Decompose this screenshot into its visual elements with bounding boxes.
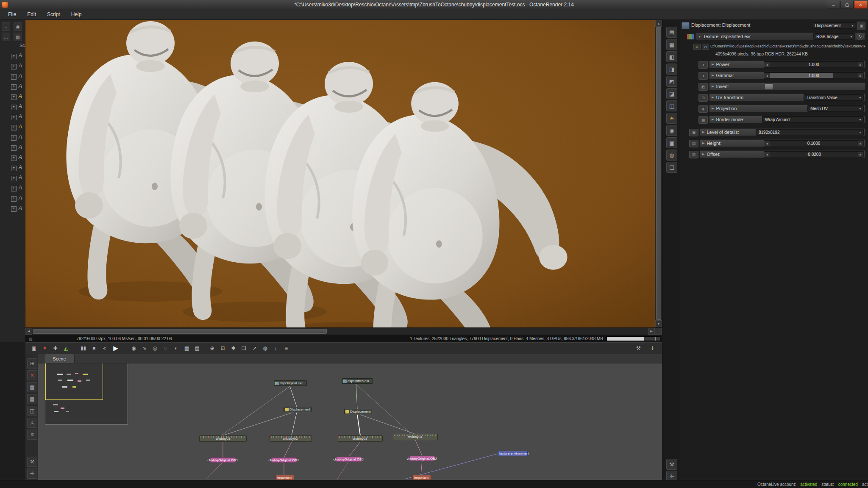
camera-button[interactable]: ◉ — [128, 344, 139, 353]
expand-icon[interactable]: ▶ — [712, 63, 714, 66]
layers-button[interactable]: ≡ — [281, 344, 292, 353]
render-target-icon[interactable]: ▣ — [666, 137, 677, 148]
border-mode-dropdown[interactable]: Wrap Around ▼ — [762, 116, 864, 123]
tree-item[interactable]: +A — [0, 133, 25, 142]
invert-checkbox[interactable] — [765, 83, 773, 90]
delete-node-icon[interactable]: ✕ — [27, 370, 37, 380]
refresh-icon[interactable]: ↻ — [702, 44, 709, 50]
power-slider[interactable]: ◀ 1.000 ▶ — [764, 61, 864, 68]
camera-icon[interactable]: ◫ — [666, 100, 677, 111]
align-icon[interactable]: ◫ — [27, 406, 37, 416]
decrement-icon[interactable]: ◀ — [764, 73, 770, 78]
arrange-icon[interactable]: ▤ — [27, 394, 37, 404]
important-node[interactable]: Important — [275, 475, 294, 480]
node-graph-minimap[interactable] — [45, 363, 128, 424]
play-button[interactable]: ▶ — [110, 344, 122, 353]
hscroll-thumb[interactable] — [33, 329, 327, 334]
expand-plus-icon[interactable]: + — [11, 74, 17, 80]
obj-file-node[interactable]: chubbyOriginal.OBJ — [336, 457, 362, 462]
settings-button[interactable]: ✱ — [228, 344, 239, 353]
zoom-region-button[interactable]: ⊡ — [217, 344, 228, 353]
expand-icon[interactable]: ▶ — [712, 74, 714, 77]
pick-material-button[interactable]: ◭ — [61, 344, 71, 353]
tree-item[interactable]: +A — [0, 113, 25, 122]
displacement-node[interactable]: Displacement — [344, 409, 372, 414]
zoom-in-button[interactable]: ⊕ — [207, 344, 217, 353]
emission-icon[interactable]: ◨ — [666, 64, 677, 75]
stop-button[interactable]: ■ — [89, 344, 99, 353]
decrement-icon[interactable]: ◀ — [764, 141, 770, 146]
scroll-right-icon[interactable]: ▶ — [648, 328, 655, 335]
expand-plus-icon[interactable]: + — [11, 166, 17, 171]
tab-scene[interactable]: Scene — [44, 354, 75, 363]
film-settings-button[interactable]: ▤ — [192, 344, 203, 353]
increment-icon[interactable]: ▶ — [858, 73, 863, 78]
aperture-button[interactable]: ◎ — [150, 344, 160, 353]
menu-edit[interactable]: Edit — [22, 10, 42, 19]
minimap-view-rect[interactable] — [45, 363, 103, 400]
tree-item[interactable]: +A — [0, 153, 25, 163]
export-image-button[interactable]: ↗ — [249, 344, 260, 353]
expand-plus-icon[interactable]: + — [11, 186, 17, 191]
pan-button[interactable]: ✚ — [50, 344, 61, 353]
expand-icon[interactable]: ▶ — [712, 85, 714, 88]
obj-file-node[interactable]: chubbyOriginal.OBJ — [271, 458, 297, 463]
fullscreen-icon[interactable]: ✛ — [27, 469, 37, 479]
environment-icon[interactable]: ◉ — [666, 125, 677, 136]
displacement-node[interactable]: Displacement — [284, 407, 312, 412]
expand-plus-icon[interactable]: + — [11, 105, 17, 110]
maximize-button[interactable]: ▢ — [840, 1, 854, 9]
height-slider[interactable]: ◀ 0.1000 ▶ — [764, 140, 864, 147]
white-balance-button[interactable]: ◐ — [171, 344, 181, 353]
scroll-down-icon[interactable]: ▼ — [655, 320, 662, 327]
pause-button[interactable]: ▮▮ — [78, 344, 89, 353]
fullscreen-icon[interactable]: ✛ — [647, 344, 658, 353]
level-of-details-dropdown[interactable]: 8192x8192 ▼ — [756, 129, 864, 136]
outliner-grid-icon[interactable]: ▦ — [14, 33, 22, 41]
tree-item[interactable]: +A — [0, 204, 25, 214]
wrench-icon[interactable]: ⚒ — [666, 459, 677, 470]
offset-slider[interactable]: ◀ -0.0200 ▶ — [764, 151, 864, 158]
reload-texture-button[interactable]: ↻ — [857, 33, 864, 40]
menu-script[interactable]: Script — [42, 10, 66, 19]
tree-item[interactable]: +A — [0, 82, 25, 92]
vscroll-thumb[interactable] — [656, 27, 661, 320]
tree-item[interactable]: +A — [0, 184, 25, 193]
tree-item[interactable]: +A — [0, 164, 25, 173]
render-display-button[interactable]: ▣ — [29, 344, 39, 353]
expand-plus-icon[interactable]: + — [11, 176, 17, 181]
texture-environment-node[interactable]: texture environment — [498, 451, 528, 456]
network-button[interactable]: ◍ — [260, 344, 270, 353]
pin-button[interactable]: ▣ — [857, 22, 865, 30]
link-icon[interactable]: ∞ — [693, 44, 701, 50]
decrement-icon[interactable]: ◀ — [764, 152, 770, 157]
medium-icon[interactable]: ◩ — [666, 76, 677, 87]
outliner-more-icon[interactable]: … — [2, 33, 10, 41]
tree-item[interactable]: +A — [0, 92, 25, 102]
sun-icon[interactable]: ☀ — [666, 113, 677, 124]
node-graph[interactable]: dspOriginal.exr dspShifted.exr Displacem… — [38, 363, 662, 480]
group-icon[interactable]: ◬ — [27, 418, 37, 428]
image-texture-node[interactable]: dspOriginal.exr — [274, 380, 307, 386]
tree-item[interactable]: +A — [0, 123, 25, 132]
minimize-button[interactable]: – — [827, 1, 840, 9]
tree-item[interactable]: +A — [0, 174, 25, 183]
increment-icon[interactable]: ▶ — [858, 152, 863, 157]
expand-plus-icon[interactable]: + — [11, 54, 17, 59]
mesh-node[interactable]: chubby03 — [338, 435, 383, 442]
tree-item[interactable]: +A — [0, 52, 25, 61]
expand-plus-icon[interactable]: + — [11, 125, 17, 130]
expand-icon[interactable]: ▶ — [712, 118, 714, 121]
render-viewport[interactable] — [25, 20, 655, 327]
obj-file-node[interactable]: chubbyOriginal.OBJ — [210, 458, 236, 463]
scroll-up-icon[interactable]: ▲ — [655, 20, 662, 27]
mesh-node[interactable]: chubby02 — [270, 435, 312, 442]
wrench-icon[interactable]: ⚒ — [633, 344, 644, 353]
increment-icon[interactable]: ▶ — [858, 141, 863, 146]
list-icon[interactable]: ≡ — [27, 430, 37, 440]
uv-transform-dropdown[interactable]: Transform Value ▼ — [804, 94, 864, 101]
expand-icon[interactable]: ▶ — [702, 130, 704, 134]
outliner-list-icon[interactable]: ≡ — [2, 22, 10, 31]
image-texture-node[interactable]: dspShifted.exr — [342, 378, 373, 384]
wrench-icon[interactable]: ⚒ — [27, 457, 37, 467]
